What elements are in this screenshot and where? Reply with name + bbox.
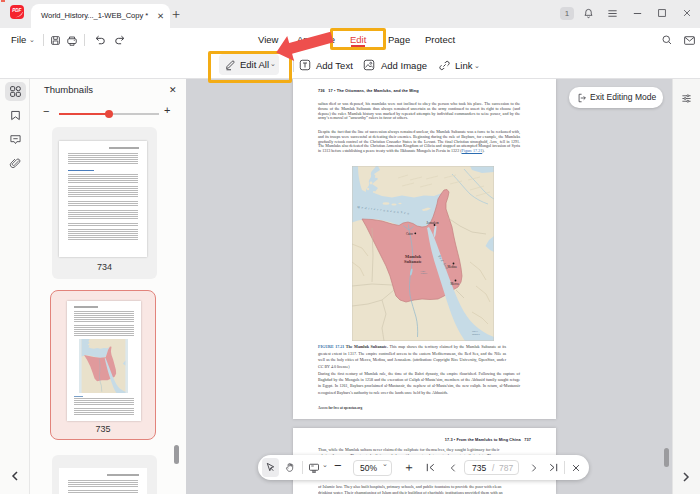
- svg-text:Jerusalem: Jerusalem: [427, 221, 440, 225]
- svg-text:Medina: Medina: [448, 265, 458, 269]
- svg-text:PDF: PDF: [12, 8, 21, 13]
- svg-text:Mecca: Mecca: [451, 282, 460, 286]
- svg-text:Sultanate: Sultanate: [404, 259, 422, 264]
- svg-text:Cairo: Cairo: [406, 232, 413, 236]
- svg-text:Nasser: Nasser: [421, 272, 428, 275]
- svg-text:Mamluk: Mamluk: [405, 254, 422, 259]
- svg-text:Bab el: Bab el: [472, 330, 478, 332]
- svg-text:Mandeb: Mandeb: [472, 333, 480, 335]
